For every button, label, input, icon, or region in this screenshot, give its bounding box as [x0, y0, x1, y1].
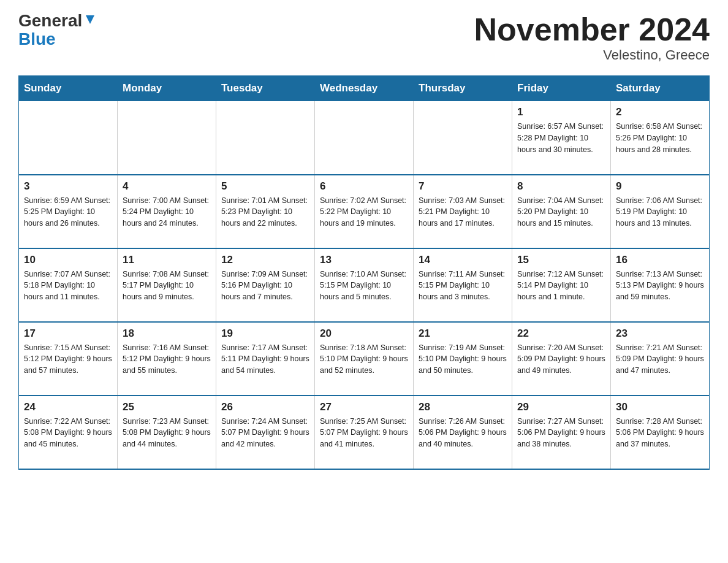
calendar-cell: 15Sunrise: 7:12 AM Sunset: 5:14 PM Dayli…	[512, 248, 611, 322]
calendar-cell: 13Sunrise: 7:10 AM Sunset: 5:15 PM Dayli…	[315, 248, 414, 322]
day-number: 3	[24, 180, 112, 193]
calendar-cell: 2Sunrise: 6:58 AM Sunset: 5:26 PM Daylig…	[611, 101, 710, 175]
day-info: Sunrise: 7:13 AM Sunset: 5:13 PM Dayligh…	[616, 269, 704, 303]
calendar-cell: 12Sunrise: 7:09 AM Sunset: 5:16 PM Dayli…	[216, 248, 315, 322]
day-number: 8	[517, 180, 605, 193]
calendar-week-row-1: 1Sunrise: 6:57 AM Sunset: 5:28 PM Daylig…	[19, 101, 710, 175]
day-info: Sunrise: 7:00 AM Sunset: 5:24 PM Dayligh…	[123, 195, 211, 229]
header-friday: Friday	[512, 76, 611, 101]
svg-marker-0	[86, 15, 94, 24]
day-info: Sunrise: 7:18 AM Sunset: 5:10 PM Dayligh…	[320, 342, 408, 377]
day-info: Sunrise: 7:07 AM Sunset: 5:18 PM Dayligh…	[24, 269, 112, 303]
day-number: 9	[616, 180, 704, 193]
day-number: 19	[221, 327, 309, 340]
calendar-cell: 7Sunrise: 7:03 AM Sunset: 5:21 PM Daylig…	[414, 175, 512, 248]
calendar-cell	[216, 101, 315, 175]
day-number: 18	[123, 327, 211, 340]
calendar-cell: 23Sunrise: 7:21 AM Sunset: 5:09 PM Dayli…	[611, 322, 710, 396]
calendar-cell: 5Sunrise: 7:01 AM Sunset: 5:23 PM Daylig…	[216, 175, 315, 248]
day-info: Sunrise: 7:10 AM Sunset: 5:15 PM Dayligh…	[320, 269, 408, 303]
calendar-cell: 25Sunrise: 7:23 AM Sunset: 5:08 PM Dayli…	[118, 396, 216, 469]
day-number: 25	[123, 401, 211, 413]
calendar-cell: 14Sunrise: 7:11 AM Sunset: 5:15 PM Dayli…	[414, 248, 512, 322]
calendar-cell: 29Sunrise: 7:27 AM Sunset: 5:06 PM Dayli…	[512, 396, 611, 469]
day-number: 17	[24, 327, 112, 340]
calendar-cell	[19, 101, 118, 175]
day-number: 20	[320, 327, 408, 340]
calendar-cell	[118, 101, 216, 175]
calendar-cell: 27Sunrise: 7:25 AM Sunset: 5:07 PM Dayli…	[315, 396, 414, 469]
weekday-header-row: Sunday Monday Tuesday Wednesday Thursday…	[19, 76, 710, 101]
day-info: Sunrise: 7:08 AM Sunset: 5:17 PM Dayligh…	[123, 269, 211, 303]
day-info: Sunrise: 7:26 AM Sunset: 5:06 PM Dayligh…	[419, 416, 507, 450]
day-info: Sunrise: 7:25 AM Sunset: 5:07 PM Dayligh…	[320, 416, 408, 450]
logo-general: General	[18, 12, 82, 29]
day-number: 12	[221, 254, 309, 266]
day-info: Sunrise: 7:12 AM Sunset: 5:14 PM Dayligh…	[517, 269, 605, 303]
calendar-cell: 16Sunrise: 7:13 AM Sunset: 5:13 PM Dayli…	[611, 248, 710, 322]
day-number: 13	[320, 254, 408, 266]
day-number: 29	[517, 401, 605, 413]
calendar-title: November 2024	[474, 12, 710, 47]
day-info: Sunrise: 7:06 AM Sunset: 5:19 PM Dayligh…	[616, 195, 704, 229]
calendar-cell: 9Sunrise: 7:06 AM Sunset: 5:19 PM Daylig…	[611, 175, 710, 248]
calendar-week-row-3: 10Sunrise: 7:07 AM Sunset: 5:18 PM Dayli…	[19, 248, 710, 322]
day-info: Sunrise: 7:20 AM Sunset: 5:09 PM Dayligh…	[517, 342, 605, 377]
day-number: 22	[517, 327, 605, 340]
day-info: Sunrise: 7:22 AM Sunset: 5:08 PM Dayligh…	[24, 416, 112, 450]
day-info: Sunrise: 7:27 AM Sunset: 5:06 PM Dayligh…	[517, 416, 605, 450]
header-tuesday: Tuesday	[216, 76, 315, 101]
logo: General Blue	[18, 12, 97, 49]
day-info: Sunrise: 7:24 AM Sunset: 5:07 PM Dayligh…	[221, 416, 309, 450]
day-number: 11	[123, 254, 211, 266]
calendar-cell: 11Sunrise: 7:08 AM Sunset: 5:17 PM Dayli…	[118, 248, 216, 322]
calendar-cell: 10Sunrise: 7:07 AM Sunset: 5:18 PM Dayli…	[19, 248, 118, 322]
day-number: 23	[616, 327, 704, 340]
calendar-cell	[414, 101, 512, 175]
calendar-cell: 28Sunrise: 7:26 AM Sunset: 5:06 PM Dayli…	[414, 396, 512, 469]
calendar-cell: 22Sunrise: 7:20 AM Sunset: 5:09 PM Dayli…	[512, 322, 611, 396]
day-number: 6	[320, 180, 408, 193]
calendar-cell: 19Sunrise: 7:17 AM Sunset: 5:11 PM Dayli…	[216, 322, 315, 396]
day-number: 7	[419, 180, 507, 193]
day-number: 10	[24, 254, 112, 266]
day-info: Sunrise: 7:16 AM Sunset: 5:12 PM Dayligh…	[123, 342, 211, 377]
calendar-cell: 21Sunrise: 7:19 AM Sunset: 5:10 PM Dayli…	[414, 322, 512, 396]
day-info: Sunrise: 7:09 AM Sunset: 5:16 PM Dayligh…	[221, 269, 309, 303]
calendar-subtitle: Velestino, Greece	[474, 47, 710, 63]
page-header: General Blue November 2024 Velestino, Gr…	[18, 12, 710, 63]
day-number: 15	[517, 254, 605, 266]
calendar-week-row-2: 3Sunrise: 6:59 AM Sunset: 5:25 PM Daylig…	[19, 175, 710, 248]
day-number: 2	[616, 106, 704, 118]
calendar-cell	[315, 101, 414, 175]
day-info: Sunrise: 7:21 AM Sunset: 5:09 PM Dayligh…	[616, 342, 704, 377]
day-number: 24	[24, 401, 112, 413]
day-info: Sunrise: 7:19 AM Sunset: 5:10 PM Dayligh…	[419, 342, 507, 377]
day-info: Sunrise: 7:11 AM Sunset: 5:15 PM Dayligh…	[419, 269, 507, 303]
day-number: 14	[419, 254, 507, 266]
calendar-cell: 26Sunrise: 7:24 AM Sunset: 5:07 PM Dayli…	[216, 396, 315, 469]
calendar-cell: 30Sunrise: 7:28 AM Sunset: 5:06 PM Dayli…	[611, 396, 710, 469]
day-info: Sunrise: 7:02 AM Sunset: 5:22 PM Dayligh…	[320, 195, 408, 229]
header-sunday: Sunday	[19, 76, 118, 101]
header-saturday: Saturday	[611, 76, 710, 101]
calendar-cell: 18Sunrise: 7:16 AM Sunset: 5:12 PM Dayli…	[118, 322, 216, 396]
day-number: 5	[221, 180, 309, 193]
title-block: November 2024 Velestino, Greece	[474, 12, 710, 63]
day-number: 4	[123, 180, 211, 193]
day-info: Sunrise: 7:17 AM Sunset: 5:11 PM Dayligh…	[221, 342, 309, 377]
day-info: Sunrise: 7:23 AM Sunset: 5:08 PM Dayligh…	[123, 416, 211, 450]
day-number: 1	[517, 106, 605, 118]
calendar-table: Sunday Monday Tuesday Wednesday Thursday…	[18, 75, 710, 470]
calendar-cell: 4Sunrise: 7:00 AM Sunset: 5:24 PM Daylig…	[118, 175, 216, 248]
calendar-cell: 20Sunrise: 7:18 AM Sunset: 5:10 PM Dayli…	[315, 322, 414, 396]
day-info: Sunrise: 6:58 AM Sunset: 5:26 PM Dayligh…	[616, 121, 704, 155]
calendar-week-row-5: 24Sunrise: 7:22 AM Sunset: 5:08 PM Dayli…	[19, 396, 710, 469]
day-number: 27	[320, 401, 408, 413]
day-number: 21	[419, 327, 507, 340]
header-monday: Monday	[118, 76, 216, 101]
calendar-cell: 3Sunrise: 6:59 AM Sunset: 5:25 PM Daylig…	[19, 175, 118, 248]
day-info: Sunrise: 7:28 AM Sunset: 5:06 PM Dayligh…	[616, 416, 704, 450]
calendar-week-row-4: 17Sunrise: 7:15 AM Sunset: 5:12 PM Dayli…	[19, 322, 710, 396]
day-info: Sunrise: 6:57 AM Sunset: 5:28 PM Dayligh…	[517, 121, 605, 155]
